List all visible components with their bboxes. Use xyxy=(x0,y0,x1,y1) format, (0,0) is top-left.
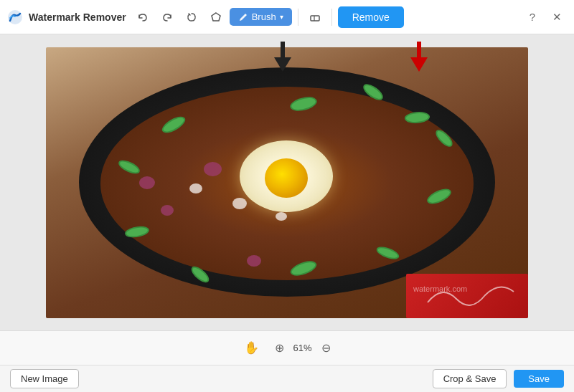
white-onion-2 xyxy=(232,198,247,209)
titlebar-left: Watermark Remover xyxy=(7,6,404,28)
crop-save-button[interactable]: Crop & Save xyxy=(433,369,507,388)
watermark-content: watermark.com xyxy=(406,274,528,318)
black-arrow xyxy=(274,42,291,72)
help-icon: ? xyxy=(530,11,535,23)
toolbar-divider-2 xyxy=(331,9,332,26)
titlebar: Watermark Remover xyxy=(0,0,574,34)
titlebar-right: ? ✕ xyxy=(522,7,567,27)
footer: New Image Crop & Save Save xyxy=(0,365,574,392)
polygon-tool-button[interactable] xyxy=(205,6,227,28)
zoom-in-icon[interactable]: ⊕ xyxy=(275,341,284,355)
food-image: watermark.com xyxy=(46,47,528,318)
eraser-tool-button[interactable] xyxy=(304,6,326,28)
black-arrow-shaft xyxy=(281,42,285,57)
zoom-out-icon[interactable]: ⊖ xyxy=(321,341,331,355)
footer-left: New Image xyxy=(10,369,79,388)
lasso-tool-button[interactable] xyxy=(181,6,202,28)
canvas-area: watermark.com xyxy=(0,34,574,330)
save-button[interactable]: Save xyxy=(514,370,564,388)
svg-text:watermark.com: watermark.com xyxy=(413,285,467,293)
polygon-icon xyxy=(210,11,222,23)
app-title: Watermark Remover xyxy=(29,11,126,23)
new-image-button[interactable]: New Image xyxy=(10,369,79,388)
red-arrow-head xyxy=(410,57,428,72)
hand-tool-icon[interactable]: ✋ xyxy=(244,340,259,355)
onion-4 xyxy=(247,255,261,267)
eraser-icon xyxy=(309,11,321,23)
close-icon: ✕ xyxy=(552,11,562,24)
onion-1 xyxy=(139,176,155,189)
zoom-controls: ⊕ 61% ⊖ xyxy=(275,341,331,355)
white-onion-1 xyxy=(189,183,202,193)
brush-icon xyxy=(238,12,248,22)
undo-icon xyxy=(137,11,149,23)
help-button[interactable]: ? xyxy=(522,7,542,27)
redo-button[interactable] xyxy=(156,6,178,28)
remove-button[interactable]: Remove xyxy=(338,6,404,28)
footer-right: Crop & Save Save xyxy=(433,369,564,388)
black-arrow-head xyxy=(274,57,291,72)
app-logo-icon xyxy=(7,9,23,25)
toolbar-divider xyxy=(298,9,298,26)
brush-tool-button[interactable]: Brush ▾ xyxy=(230,8,292,26)
watermark-area: watermark.com xyxy=(406,274,528,318)
titlebar-tools: Brush ▾ Remove xyxy=(132,6,404,28)
zoom-bar: ✋ ⊕ 61% ⊖ xyxy=(0,330,574,365)
brush-label: Brush xyxy=(252,11,276,22)
zoom-value: 61% xyxy=(290,343,316,353)
red-arrow-shaft xyxy=(417,42,421,57)
close-button[interactable]: ✕ xyxy=(547,7,567,27)
redo-icon xyxy=(161,11,173,23)
undo-button[interactable] xyxy=(132,6,154,28)
onion-3 xyxy=(204,162,222,176)
lasso-icon xyxy=(186,11,197,23)
egg-yolk xyxy=(265,158,308,198)
onion-2 xyxy=(161,205,174,216)
svg-rect-1 xyxy=(311,16,319,21)
red-arrow xyxy=(410,42,428,72)
white-onion-3 xyxy=(276,212,287,221)
brush-chevron: ▾ xyxy=(280,13,283,21)
